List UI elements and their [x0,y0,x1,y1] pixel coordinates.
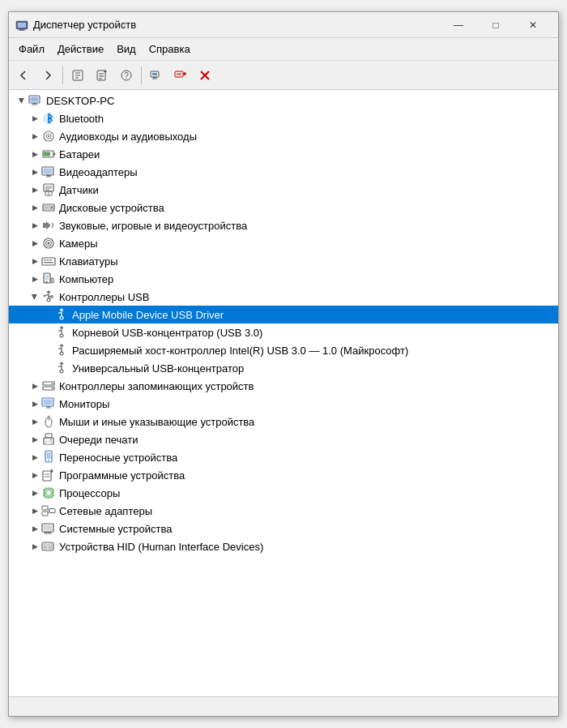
minimize-button[interactable]: — [440,12,477,38]
tree-item-bluetooth[interactable]: ▶ Bluetooth [9,109,558,127]
svg-rect-92 [47,452,51,459]
print-label: Очереди печати [59,434,139,446]
tree-item-keyboards[interactable]: ▶ Клавиатуры [9,252,558,270]
scan-button[interactable] [145,64,168,87]
display-icon [41,165,56,179]
system-label: Системные устройства [59,523,172,535]
tree-item-processors[interactable]: ▶ Процес [9,484,558,502]
forward-button[interactable] [36,64,59,87]
device-tree: ▶ DESKTOP-PC ▶ Bluetooth [9,90,558,696]
tree-item-print[interactable]: ▶ Очереди печати [9,430,558,448]
tree-item-disk[interactable]: ▶ Дисковые устройства [9,199,558,216]
software-label: Программные устройства [59,469,185,482]
svg-rect-117 [44,525,53,531]
tree-item-battery[interactable]: ▶ Батареи [9,145,558,163]
svg-rect-83 [46,408,51,409]
svg-rect-111 [42,506,48,510]
battery-label: Батареи [59,148,100,161]
mice-expand: ▶ [28,415,41,428]
computer-label: Компьютер [59,273,113,285]
bluetooth-expand: ▶ [28,112,41,125]
menu-help[interactable]: Справка [143,40,197,58]
tree-root[interactable]: ▶ DESKTOP-PC [9,92,558,109]
svg-rect-15 [152,73,157,75]
storage-icon [41,379,56,393]
svg-rect-31 [53,153,55,156]
menu-file[interactable]: Файл [12,40,51,58]
monitor-icon [41,396,56,411]
help-button[interactable]: ? [115,64,138,87]
maximize-button[interactable]: □ [477,12,514,38]
connect-button[interactable] [169,64,192,87]
svg-rect-24 [32,103,36,105]
keyboards-expand: ▶ [28,255,41,268]
svg-rect-113 [49,509,55,513]
properties-button[interactable] [66,64,89,87]
svg-rect-122 [49,544,52,546]
tree-item-portable[interactable]: ▶ Переносные устройства [9,448,558,466]
device-manager-window: Диспетчер устройств — □ ✕ Файл Действие … [8,11,559,717]
svg-rect-124 [49,547,52,549]
sensors-expand: ▶ [28,183,41,196]
universal-hub-icon [54,361,69,375]
tree-item-sound[interactable]: ▶ Звуковые, игровые и видеоустройства [9,216,558,234]
sound-label: Звуковые, игровые и видеоустройства [59,220,247,232]
menu-action[interactable]: Действие [51,40,110,58]
battery-icon [41,147,56,161]
mice-icon [41,414,56,429]
root-label: DESKTOP-PC [46,95,114,107]
usb-controllers-label: Контроллеры USB [59,291,149,303]
tree-item-software[interactable]: ▶ Программные устройства [9,466,558,484]
toolbar-separator-2 [141,66,142,84]
tree-item-apple-usb[interactable]: ▶ Apple Mobile Device USB Driver [9,306,558,323]
tree-item-audio[interactable]: ▶ Аудиовходы и аудиовыходы [9,127,558,145]
audio-expand: ▶ [28,130,41,143]
tree-item-intel-xhci[interactable]: ▶ Расширяемый хост-контроллер Intel(R) U… [9,341,558,359]
svg-rect-37 [44,184,53,191]
hid-expand: ▶ [28,540,41,553]
svg-rect-82 [47,406,50,408]
sensors-icon [41,182,56,197]
usb-icon [41,289,56,304]
tree-item-mice[interactable]: ▶ Мыши и иные указывающие устройства [9,413,558,430]
root-hub-label: Корневой USB-концентратор (USB 3.0) [72,327,262,339]
window-icon [15,19,28,32]
back-button[interactable] [12,64,35,87]
tree-item-computer[interactable]: ▶ Компьютер [9,270,558,288]
disconnect-button[interactable] [194,64,216,87]
tree-item-monitors[interactable]: ▶ Мониторы [9,395,558,413]
tree-item-hid[interactable]: ▶ Устройства HID (Human Interface Device… [9,537,558,555]
svg-rect-16 [153,77,156,79]
tree-item-cameras[interactable]: ▶ Камеры [9,234,558,252]
audio-label: Аудиовходы и аудиовыходы [59,131,197,143]
tree-item-universal-hub[interactable]: ▶ Универсальный USB-концентратор [9,359,558,377]
svg-rect-57 [45,275,49,280]
svg-rect-89 [45,441,52,444]
computer-item-icon [41,272,56,286]
network-label: Сетевые адаптеры [59,505,152,517]
portable-expand: ▶ [28,451,41,464]
tree-item-network[interactable]: ▶ Сетевые адаптеры [9,502,558,520]
monitors-label: Мониторы [59,398,109,410]
tree-item-system[interactable]: ▶ Системные устройства [9,520,558,537]
intel-xhci-icon [54,343,69,358]
toolbar: ? [9,61,558,90]
tree-item-root-hub[interactable]: ▶ Корневой USB-концентратор (USB 3.0) [9,323,558,341]
tree-item-sensors[interactable]: ▶ Датчики [9,181,558,199]
svg-rect-88 [45,434,52,438]
tree-item-storage[interactable]: ▶ Контроллеры запоминающих устройств [9,377,558,395]
network-icon [41,503,56,518]
intel-xhci-label: Расширяемый хост-контроллер Intel(R) USB… [72,345,408,357]
svg-point-90 [50,439,52,441]
battery-expand: ▶ [28,148,41,161]
close-button[interactable]: ✕ [514,12,552,38]
menu-view[interactable]: Вид [110,40,143,58]
tree-item-usb-controllers[interactable]: ▶ Контроллеры USB [9,288,558,306]
display-label: Видеоадаптеры [59,166,138,178]
svg-rect-53 [47,259,49,261]
update-button[interactable] [91,64,113,87]
svg-rect-52 [44,259,46,261]
tree-item-display[interactable]: ▶ Видеоадаптеры [9,163,558,181]
menu-bar: Файл Действие Вид Справка [9,38,558,61]
svg-point-45 [51,207,53,209]
